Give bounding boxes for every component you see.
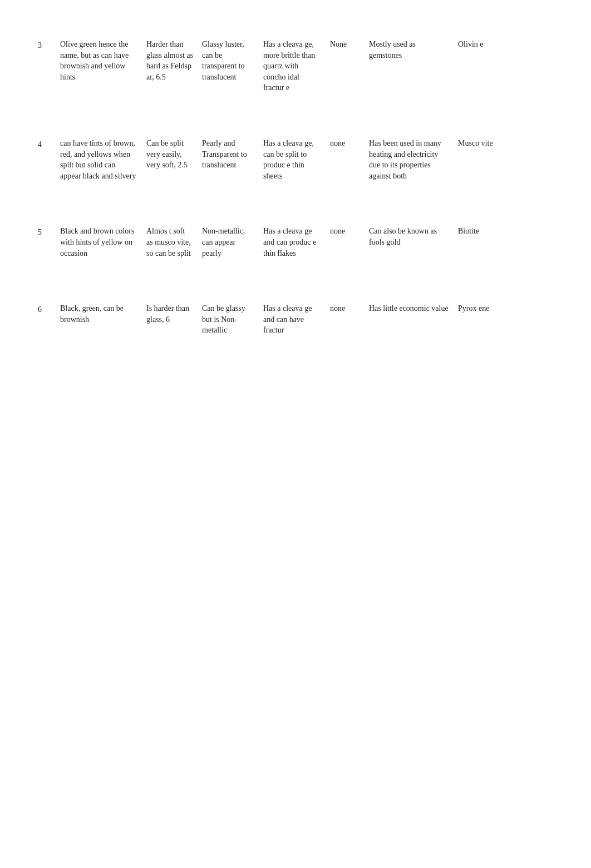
luster-cell: Non-metallic, can appear pearly [198,226,259,259]
mineral-name-cell: Biotite [454,226,509,237]
notes-cell: Can also be known as fools gold [365,226,454,247]
notes-cell: Has been used in many heating and electr… [365,138,454,181]
minerals-table: 3Olive green hence the name, but as can … [33,22,558,353]
mineral-name-cell: Olivin e [454,39,509,50]
streak-cell: none [326,138,365,149]
luster-cell: Glassy luster, can be transparent to tra… [198,39,259,82]
table-row: 6Black, green, can be brownishIs harder … [33,286,558,353]
table-row: 4can have tints of brown, red, and yello… [33,121,558,198]
row-number: 5 [33,226,56,238]
hardness-cell: Can be split very easily, very soft, 2.5 [142,138,198,171]
color-cell: can have tints of brown, red, and yellow… [56,138,142,181]
row-number: 3 [33,39,56,51]
mineral-name-cell: Musco vite [454,138,509,149]
notes-cell: Mostly used as gemstones [365,39,454,61]
notes-cell: Has little economic value [365,303,454,314]
hardness-cell: Harder than glass almost as hard as Feld… [142,39,198,82]
streak-cell: None [326,39,365,50]
row-number: 6 [33,303,56,315]
color-cell: Olive green hence the name, but as can h… [56,39,142,82]
streak-cell: none [326,303,365,314]
table-row: 5Black and brown colors with hints of ye… [33,209,558,275]
luster-cell: Pearly and Transparent to translucent [198,138,259,171]
hardness-cell: Is harder than glass, 6 [142,303,198,325]
streak-cell: none [326,226,365,237]
mineral-name-cell: Pyrox ene [454,303,509,314]
luster-cell: Can be glassy but is Non-metallic [198,303,259,336]
color-cell: Black and brown colors with hints of yel… [56,226,142,259]
cleavage-cell: Has a cleava ge and can have fractur [259,303,326,336]
cleavage-cell: Has a cleava ge, can be split to produc … [259,138,326,181]
hardness-cell: Almos t soft as musco vite, so can be sp… [142,226,198,259]
cleavage-cell: Has a cleava ge and can produc e thin fl… [259,226,326,259]
table-row: 3Olive green hence the name, but as can … [33,22,558,110]
color-cell: Black, green, can be brownish [56,303,142,325]
row-number: 4 [33,138,56,150]
cleavage-cell: Has a cleava ge, more brittle than quart… [259,39,326,93]
